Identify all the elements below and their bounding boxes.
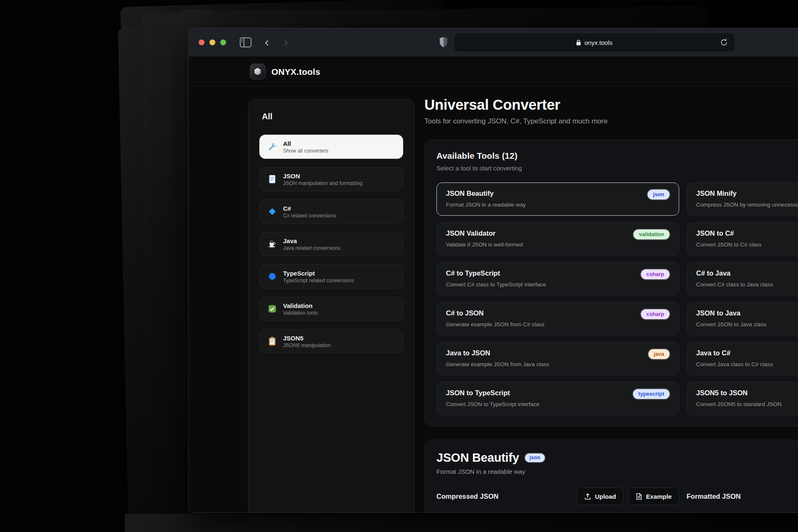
wrench-icon bbox=[267, 142, 277, 152]
sidebar-toggle-icon[interactable] bbox=[239, 37, 252, 50]
tool-description: Validate if JSON is well-formed bbox=[446, 241, 523, 248]
tool-card-json5-to-json[interactable]: JSON5 to JSONConvert JSON5 to standard J… bbox=[687, 382, 798, 415]
sidebar-item-all[interactable]: AllShow all converters bbox=[259, 135, 403, 159]
brand-logo-icon[interactable] bbox=[250, 64, 266, 79]
output-label: Formatted JSON bbox=[687, 493, 798, 500]
sidebar-item-description: TypeScript related conversions bbox=[283, 277, 354, 284]
tool-card-json-minify[interactable]: JSON MinifyCompress JSON by removing unn… bbox=[687, 182, 798, 216]
detail-badge: json bbox=[525, 453, 545, 462]
tool-description: Generate example JSON from C# class bbox=[446, 321, 544, 328]
tool-description: Convert C# class to Java class bbox=[696, 281, 773, 288]
tool-description: Convert JSON to TypeScript interface bbox=[446, 401, 539, 407]
tools-panel-heading: Available Tools (12) bbox=[436, 151, 798, 161]
tool-card-json-to-java[interactable]: JSON to JavaConvert JSON to Java class bbox=[687, 302, 798, 335]
tool-card-c-to-json[interactable]: C# to JSONGenerate example JSON from C# … bbox=[436, 302, 679, 335]
tool-name: JSON Beautify bbox=[446, 190, 494, 197]
tool-card-json-beautify[interactable]: JSON BeautifyFormat JSON in a readable w… bbox=[436, 182, 679, 216]
back-icon[interactable]: ‹ bbox=[265, 36, 269, 48]
document-icon bbox=[267, 174, 277, 184]
sidebar-item-description: JSON manipulation and formatting bbox=[283, 180, 362, 187]
sidebar-item-label: TypeScript bbox=[283, 269, 354, 277]
tool-card-c-to-java[interactable]: C# to JavaConvert C# class to Java class bbox=[687, 262, 798, 296]
tool-description: Convert C# class to TypeScript interface bbox=[446, 281, 546, 288]
reload-icon[interactable] bbox=[719, 38, 729, 49]
brand-title[interactable]: ONYX.tools bbox=[271, 67, 320, 77]
tool-detail-panel: JSON Beautify json Format JSON in a read… bbox=[424, 440, 798, 513]
tool-card-json-to-c[interactable]: JSON to C#Convert JSON to C# class bbox=[687, 222, 798, 256]
sidebar-item-json5[interactable]: JSON5JSON5 manipulation bbox=[259, 329, 403, 353]
tool-description: Convert JSON to Java class bbox=[696, 321, 766, 328]
background-echo bbox=[125, 514, 798, 532]
tool-card-c-to-typescript[interactable]: C# to TypeScriptConvert C# class to Type… bbox=[436, 262, 679, 296]
tool-name: JSON Validator bbox=[446, 229, 495, 237]
tool-name: JSON Minify bbox=[696, 190, 736, 197]
sidebar-list: AllShow all convertersJSONJSON manipulat… bbox=[259, 135, 403, 353]
tool-badge: csharp bbox=[641, 309, 670, 319]
sidebar-item-typescript[interactable]: TypeScriptTypeScript related conversions bbox=[259, 264, 403, 288]
tool-card-json-validator[interactable]: JSON ValidatorValidate if JSON is well-f… bbox=[436, 222, 679, 256]
forward-icon[interactable]: › bbox=[284, 36, 288, 48]
blue-diamond-icon bbox=[267, 207, 277, 217]
main-column: Universal Converter Tools for converting… bbox=[424, 86, 798, 513]
sidebar-item-label: Validation bbox=[283, 302, 318, 310]
example-button[interactable]: Example bbox=[628, 488, 679, 505]
tool-description: Convert JSON5 to standard JSON bbox=[696, 401, 782, 407]
clipboard-icon bbox=[267, 336, 277, 346]
sidebar-item-label: All bbox=[283, 140, 328, 148]
tool-badge: json bbox=[648, 190, 670, 200]
tool-name: JSON5 to JSON bbox=[696, 389, 748, 397]
sidebar-item-c[interactable]: C#C# related conversions bbox=[259, 200, 403, 224]
tool-name: C# to TypeScript bbox=[446, 269, 500, 277]
tool-badge: java bbox=[648, 349, 670, 359]
blue-circle-icon bbox=[267, 271, 277, 281]
upload-button[interactable]: Upload bbox=[577, 488, 623, 505]
tool-name: JSON to C# bbox=[696, 229, 734, 237]
sidebar-item-validation[interactable]: ValidationValidation tools bbox=[259, 297, 403, 321]
tool-description: Convert Java class to C# class bbox=[696, 361, 773, 367]
detail-subtitle: Format JSON in a readable way bbox=[436, 468, 798, 475]
detail-title: JSON Beautify bbox=[436, 451, 519, 465]
site-header: ONYX.tools bbox=[189, 57, 798, 86]
url-bar[interactable]: onyx.tools bbox=[454, 33, 734, 52]
tool-badge: validation bbox=[633, 229, 670, 239]
sidebar-item-label: C# bbox=[283, 204, 336, 212]
sidebar-item-json[interactable]: JSONJSON manipulation and formatting bbox=[259, 167, 403, 191]
page-content: All AllShow all convertersJSONJSON manip… bbox=[189, 86, 798, 512]
tool-card-json-to-typescript[interactable]: JSON to TypeScriptConvert JSON to TypeSc… bbox=[436, 382, 679, 415]
tool-badge: typescript bbox=[633, 389, 670, 399]
tool-card-java-to-c[interactable]: Java to C#Convert Java class to C# class bbox=[687, 342, 798, 375]
lock-icon bbox=[576, 39, 581, 46]
check-icon bbox=[267, 304, 277, 314]
tools-panel-subheading: Select a tool to start converting bbox=[436, 165, 798, 172]
sidebar-item-description: Validation tools bbox=[283, 310, 318, 316]
minimize-window-button[interactable] bbox=[209, 39, 215, 45]
tool-name: JSON to Java bbox=[696, 309, 740, 317]
sidebar-item-description: Show all converters bbox=[283, 148, 328, 154]
tool-badge: csharp bbox=[641, 269, 670, 279]
sidebar-item-label: Java bbox=[283, 237, 340, 245]
tool-name: C# to JSON bbox=[446, 309, 484, 317]
browser-window: ‹ › onyx.tools bbox=[188, 28, 798, 513]
sidebar-heading: All bbox=[262, 112, 403, 121]
tool-description: Convert JSON to C# class bbox=[696, 241, 762, 248]
sidebar-item-java[interactable]: JavaJava related conversions bbox=[259, 232, 403, 256]
page-subtitle: Tools for converting JSON, C#, TypeScrip… bbox=[424, 117, 798, 126]
input-label: Compressed JSON bbox=[436, 493, 498, 500]
tool-name: Java to C# bbox=[696, 349, 731, 357]
tools-grid: JSON BeautifyFormat JSON in a readable w… bbox=[436, 182, 798, 415]
tool-name: JSON to TypeScript bbox=[446, 389, 510, 397]
close-window-button[interactable] bbox=[199, 39, 204, 45]
sidebar-item-description: JSON5 manipulation bbox=[283, 342, 331, 349]
zoom-window-button[interactable] bbox=[220, 39, 226, 45]
tool-description: Compress JSON by removing unnecessary bbox=[696, 202, 798, 208]
upload-icon bbox=[584, 493, 591, 500]
page-title: Universal Converter bbox=[424, 96, 798, 113]
sidebar-item-label: JSON bbox=[283, 172, 362, 180]
tool-description: Generate example JSON from Java class bbox=[446, 361, 549, 367]
sidebar-item-description: Java related conversions bbox=[283, 245, 340, 251]
sidebar-item-description: C# related conversions bbox=[283, 212, 336, 219]
sidebar-item-label: JSON5 bbox=[283, 334, 331, 342]
tool-card-java-to-json[interactable]: Java to JSONGenerate example JSON from J… bbox=[436, 342, 679, 375]
url-text: onyx.tools bbox=[584, 39, 613, 46]
privacy-shield-icon[interactable] bbox=[439, 37, 448, 49]
